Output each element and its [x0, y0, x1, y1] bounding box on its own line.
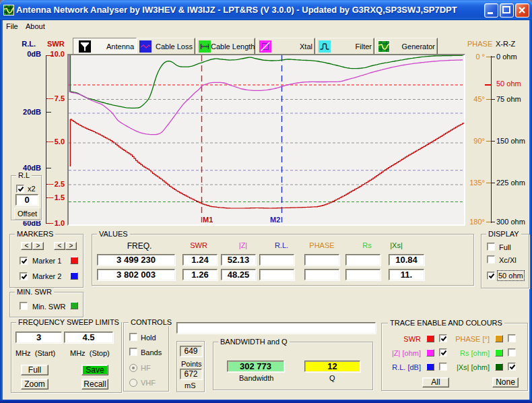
svg-text:M2: M2: [270, 216, 280, 224]
svg-text:M1: M1: [203, 216, 213, 224]
